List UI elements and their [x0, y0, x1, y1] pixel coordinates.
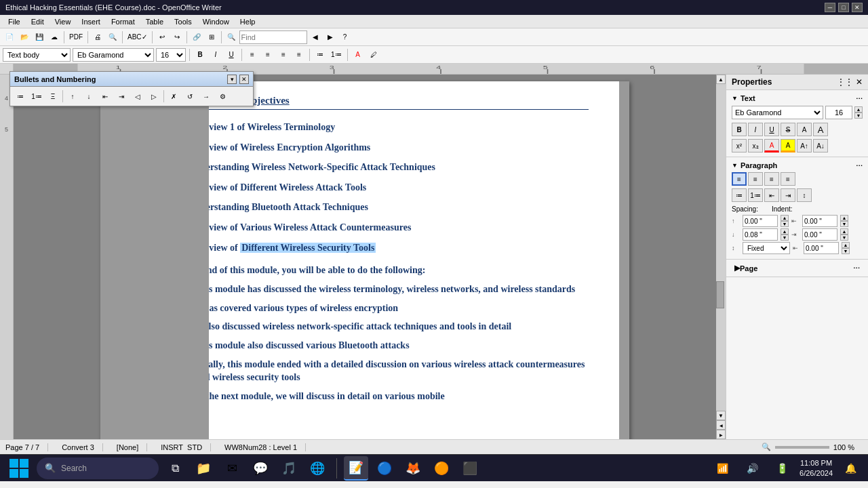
props-line-spacing[interactable]: ↕ [797, 188, 812, 202]
props-bullets-para[interactable]: ≔ [732, 188, 747, 202]
props-big-A[interactable]: A [813, 123, 828, 136]
taskbar-search-bar[interactable]: 🔍 Search [37, 458, 159, 479]
props-align-left[interactable]: ≡ [732, 172, 747, 186]
style-select[interactable]: Text body [3, 48, 71, 62]
scroll-pageup[interactable]: ◀ [716, 420, 726, 430]
save-remote-button[interactable]: ☁ [47, 30, 61, 44]
notification-button[interactable]: 🔔 [838, 456, 863, 481]
above-spin[interactable]: ▲▼ [781, 215, 789, 227]
print-button[interactable]: 🖨 [91, 30, 104, 44]
props-bold[interactable]: B [732, 123, 747, 136]
menu-help[interactable]: Help [235, 16, 261, 27]
size-up[interactable]: ▲ [854, 106, 863, 113]
music-button[interactable]: 🎵 [277, 456, 301, 481]
menu-edit[interactable]: Edit [26, 16, 50, 27]
menu-table[interactable]: Table [140, 16, 169, 27]
justify-button[interactable]: ≡ [292, 48, 306, 62]
task-view-button[interactable]: ⧉ [163, 456, 187, 481]
menu-view[interactable]: View [50, 16, 77, 27]
font-color-button[interactable]: A [351, 48, 365, 62]
first-line[interactable] [804, 242, 839, 254]
right-indent-spin[interactable]: ▲▼ [840, 228, 848, 241]
promote-button[interactable]: ◁ [130, 89, 145, 104]
restart-button[interactable]: ↺ [182, 89, 197, 104]
move-down-button[interactable]: ↓ [81, 89, 96, 104]
paragraph-section-header[interactable]: ▼ Paragraph ⋯ [729, 160, 865, 171]
print-preview-button[interactable]: 🔍 [106, 30, 119, 44]
new-button[interactable]: 📄 [3, 30, 16, 44]
size-spinner[interactable]: ▲ ▼ [854, 106, 863, 119]
menu-format[interactable]: Format [106, 16, 140, 27]
pdf-button[interactable]: PDF [67, 30, 85, 44]
first-line-spin[interactable]: ▲▼ [842, 242, 850, 254]
page-section-header[interactable]: ▶ Page ⋯ [729, 262, 865, 274]
right-indent[interactable] [802, 228, 837, 241]
help-button[interactable]: ? [338, 30, 352, 44]
props-shadow[interactable]: A [797, 123, 812, 136]
start-button[interactable] [5, 456, 33, 481]
above-spacing[interactable] [743, 215, 778, 227]
chat-button[interactable]: 💬 [248, 456, 273, 481]
italic-button[interactable]: I [209, 48, 222, 62]
props-shrink[interactable]: A↓ [813, 139, 828, 152]
unordered-list-button[interactable]: ≔ [13, 89, 28, 104]
firefox-button[interactable]: 🦊 [401, 456, 425, 481]
menu-insert[interactable]: Insert [76, 16, 106, 27]
props-align-center[interactable]: ≡ [748, 172, 763, 186]
props-numbering-para[interactable]: 1≔ [748, 188, 763, 202]
numbering-button[interactable]: 1≔ [329, 48, 344, 62]
bold-button[interactable]: B [193, 48, 207, 62]
scroll-pagedown[interactable]: ▶ [716, 430, 726, 439]
props-font-select[interactable]: Eb Garamond [732, 106, 823, 119]
indent-less-button[interactable]: ⇤ [98, 89, 113, 104]
props-strikethrough[interactable]: S [781, 123, 795, 136]
left-indent[interactable] [802, 215, 837, 227]
table-button[interactable]: ⊞ [205, 30, 218, 44]
props-sub[interactable]: x₂ [748, 139, 763, 152]
size-select[interactable]: 16 [156, 48, 186, 62]
open-button[interactable]: 📂 [18, 30, 31, 44]
panel-close-button[interactable]: ✕ [239, 75, 249, 84]
props-grow[interactable]: A↑ [797, 139, 812, 152]
font-select[interactable]: Eb Garamond [73, 48, 154, 62]
find-toolbar-button[interactable]: 🔍 [224, 30, 238, 44]
move-up-button[interactable]: ↑ [65, 89, 80, 104]
indent-more-button[interactable]: ⇥ [114, 89, 129, 104]
line-spacing-select[interactable]: Fixed [743, 242, 790, 254]
openoffice-button[interactable]: 📝 [344, 456, 368, 481]
align-left-button[interactable]: ≡ [245, 48, 259, 62]
find-prev-button[interactable]: ◀ [309, 30, 322, 44]
panel-header[interactable]: Bullets and Numbering ▾ ✕ [10, 72, 253, 87]
chrome-button[interactable]: 🔵 [372, 456, 397, 481]
volume-icon[interactable]: 🔊 [740, 456, 764, 481]
continue-button[interactable]: → [199, 89, 214, 104]
bullets-button[interactable]: ≔ [313, 48, 327, 62]
demote-button[interactable]: ▷ [146, 89, 161, 104]
document-area[interactable]: Part 8- Module Objectives Overview 1 of … [14, 75, 716, 439]
undo-button[interactable]: ↩ [155, 30, 169, 44]
size-down[interactable]: ▼ [854, 113, 863, 119]
browser-button[interactable]: 🌐 [305, 456, 330, 481]
battery-icon[interactable]: 🔋 [770, 456, 794, 481]
text-section-header[interactable]: ▼ Text ⋯ [729, 93, 865, 104]
save-button[interactable]: 💾 [33, 30, 46, 44]
props-justify[interactable]: ≡ [781, 172, 795, 186]
file-manager-button[interactable]: 📁 [191, 456, 216, 481]
props-options-button[interactable]: ⋮⋮ [837, 77, 853, 87]
maximize-button[interactable]: □ [838, 3, 849, 12]
menu-file[interactable]: File [3, 16, 26, 27]
text-section-more[interactable]: ⋯ [856, 95, 863, 102]
zoom-slider[interactable] [775, 446, 829, 449]
scroll-up[interactable]: ▲ [716, 75, 726, 84]
props-align-right[interactable]: ≡ [764, 172, 779, 186]
panel-minimize-button[interactable]: ▾ [227, 75, 237, 84]
props-italic[interactable]: I [748, 123, 763, 136]
left-indent-spin[interactable]: ▲▼ [840, 215, 848, 227]
menu-tools[interactable]: Tools [169, 16, 197, 27]
align-right-button[interactable]: ≡ [277, 48, 290, 62]
highlight-button[interactable]: 🖊 [367, 48, 380, 62]
settings-button[interactable]: ⚙ [215, 89, 230, 104]
props-close-button[interactable]: ✕ [856, 77, 863, 87]
menu-window[interactable]: Window [197, 16, 235, 27]
bullets-off-button[interactable]: ✗ [166, 89, 181, 104]
